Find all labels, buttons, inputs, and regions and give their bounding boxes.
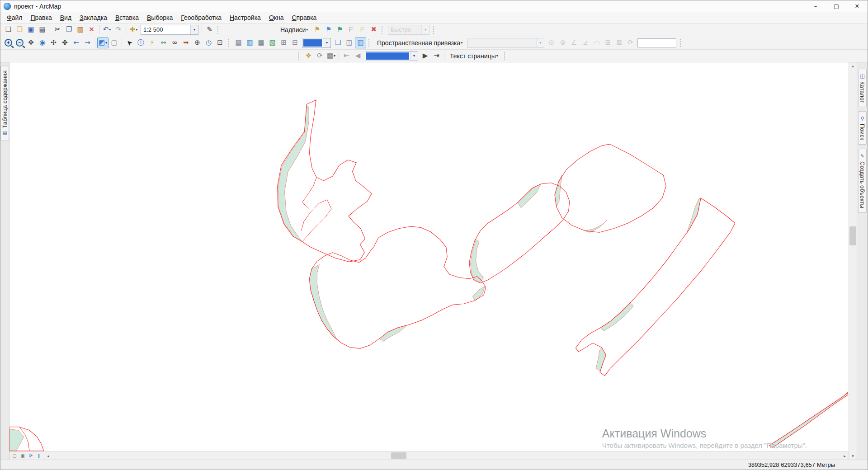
menu-item[interactable]: Справка <box>288 13 321 22</box>
select-features-icon[interactable]: ◩▾ <box>97 38 108 48</box>
maximize-button[interactable]: ▢ <box>826 0 847 12</box>
table-of-contents-tab[interactable]: ▤ Таблица содержания <box>0 66 9 141</box>
label-manager-icon[interactable]: ⚑ <box>311 24 323 35</box>
add-data-icon[interactable]: ✚▾ <box>128 24 139 35</box>
menu-item[interactable]: Файл <box>3 13 26 22</box>
labels-menu-button[interactable]: Надписи▾ <box>277 25 311 34</box>
time-slider-icon[interactable]: ◷ <box>203 38 214 48</box>
horizontal-scroll-thumb[interactable] <box>391 452 406 459</box>
last-page-icon[interactable]: ⇥ <box>431 51 442 61</box>
toggle-draft-mode-icon[interactable]: ▥ <box>355 38 366 48</box>
vertical-scroll-track[interactable] <box>849 70 857 452</box>
create-features-tab[interactable]: ✎Создать объекты <box>858 149 867 213</box>
data-view-button[interactable]: ▢ <box>11 453 18 459</box>
redo-icon[interactable]: ↷ <box>113 24 124 35</box>
label-priority-icon[interactable]: ⚑ <box>323 24 334 35</box>
open-folder-icon[interactable]: ❒ <box>14 24 25 35</box>
save-icon[interactable]: ▣ <box>25 24 37 35</box>
label-weight-icon[interactable]: ⚑ <box>334 24 345 35</box>
next-page-icon[interactable]: ▶ <box>420 51 431 61</box>
frame-tool-icon-6[interactable]: ⊟ <box>289 38 301 48</box>
goto-xy-icon[interactable]: ⊕ <box>192 38 203 48</box>
toolbar-grip[interactable] <box>298 52 301 60</box>
snapping-menu-button[interactable]: Пространственная привязка▾ <box>373 38 466 47</box>
view-unplaced-labels-icon[interactable]: ✖ <box>368 24 379 35</box>
refresh-map-button[interactable]: ⟳ <box>27 453 34 459</box>
page-grid-icon[interactable]: ▦▾ <box>326 51 337 61</box>
frame-tool-icon-4[interactable]: ▧ <box>267 38 278 48</box>
scroll-down-button[interactable]: ▾ <box>849 452 857 460</box>
measure-icon[interactable]: ↔ <box>158 38 169 48</box>
pan-hand-icon[interactable]: ✥ <box>25 38 37 48</box>
layout-view-button[interactable]: ▣ <box>19 453 26 459</box>
scroll-left-button[interactable]: ◂ <box>44 452 52 460</box>
map-scale-combobox-dropdown-icon[interactable]: ▾ <box>190 25 198 34</box>
toolbar-grip[interactable] <box>504 52 507 60</box>
find-route-icon[interactable]: ➥ <box>180 38 192 48</box>
identify-icon[interactable]: ⓘ <box>135 38 146 48</box>
forward-extent-icon[interactable]: → <box>82 38 93 48</box>
search-tab[interactable]: ⚲Поиск <box>858 111 867 145</box>
menu-item[interactable]: Вставка <box>111 13 143 22</box>
clear-selection-icon[interactable]: ▢ <box>108 38 120 48</box>
reference-scale-combobox-dropdown-icon[interactable]: ▾ <box>323 38 330 47</box>
vertical-scroll-thumb[interactable] <box>849 226 856 245</box>
find-binoculars-icon[interactable]: ∞ <box>169 38 180 48</box>
refresh-page-icon[interactable]: ⟳ <box>314 51 326 61</box>
viewer-window-icon[interactable]: ⊡ <box>214 38 226 48</box>
frame-tool-icon-5[interactable]: ⊞ <box>278 38 289 48</box>
focus-dataframe-icon[interactable]: ❖ <box>303 51 314 61</box>
menu-item[interactable]: Правка <box>26 13 56 22</box>
reference-scale-combobox[interactable]: ▾ <box>302 38 331 48</box>
lock-labels-icon[interactable]: ⚐ <box>345 24 357 35</box>
zoom-in-icon[interactable]: + <box>3 38 14 48</box>
menu-item[interactable]: Геообработка <box>177 13 226 22</box>
back-extent-icon[interactable]: ← <box>71 38 82 48</box>
toolbar-grip[interactable] <box>368 39 371 47</box>
delete-icon[interactable]: ✕ <box>86 24 97 35</box>
frame-tool-icon-3[interactable]: ▦ <box>255 38 267 48</box>
page-text-menu-button[interactable]: Текст страницы▾ <box>446 52 502 61</box>
toolbar-grip[interactable] <box>433 26 436 34</box>
pause-drawing-button[interactable]: ∥ <box>35 453 42 459</box>
full-page-icon[interactable]: ❏ <box>332 38 344 48</box>
menu-item[interactable]: Закладка <box>75 13 111 22</box>
minimize-button[interactable]: – <box>805 0 826 12</box>
menu-item[interactable]: Выборка <box>143 13 177 22</box>
new-document-icon[interactable]: ❏ <box>3 24 14 35</box>
close-button[interactable]: ✕ <box>847 0 868 12</box>
scroll-up-button[interactable]: ▴ <box>849 62 857 70</box>
scroll-right-button[interactable]: ▸ <box>841 452 849 460</box>
frame-tool-icon-2[interactable]: ▥ <box>244 38 255 48</box>
fixed-zoom-out-icon[interactable]: ✤ <box>59 38 71 48</box>
frame-tool-icon-1[interactable]: ▤ <box>233 38 244 48</box>
full-extent-globe-icon[interactable]: ◉ <box>37 38 48 48</box>
map-canvas[interactable]: Активация Windows Чтобы активировать Win… <box>9 62 849 451</box>
toolbar-grip[interactable] <box>228 39 231 47</box>
menu-item[interactable]: Вид <box>56 13 75 22</box>
catalog-tab[interactable]: ◫Каталог <box>858 69 867 107</box>
pause-labeling-icon[interactable]: ⚐ <box>357 24 368 35</box>
map-scale-combobox[interactable]: 1:2 500▾ <box>141 25 198 35</box>
print-icon[interactable]: ▤ <box>37 24 48 35</box>
zoom-whole-page-icon[interactable]: ◫ <box>344 38 355 48</box>
editor-pencil-icon[interactable]: ✎ <box>204 24 215 35</box>
current-page-combobox-dropdown-icon[interactable]: ▾ <box>410 52 418 61</box>
vertical-scrollbar[interactable]: ▴ ▾ <box>849 62 857 460</box>
fixed-zoom-in-icon[interactable]: ✣ <box>48 38 59 48</box>
toolbar-text-input[interactable] <box>637 38 676 47</box>
toolbar-grip[interactable] <box>382 26 384 34</box>
select-elements-icon[interactable]: ➤ <box>124 38 135 48</box>
paste-icon[interactable]: ▥ <box>75 24 86 35</box>
zoom-out-icon[interactable]: − <box>14 38 25 48</box>
toolbar-grip[interactable] <box>680 39 683 47</box>
menu-item[interactable]: Окна <box>265 13 288 22</box>
menu-item[interactable]: Настройка <box>226 13 265 22</box>
copy-icon[interactable]: ❐ <box>63 24 75 35</box>
cut-icon[interactable]: ✂ <box>52 24 63 35</box>
toolbar-grip[interactable] <box>217 26 220 34</box>
current-page-combobox[interactable]: ▾ <box>365 51 418 61</box>
horizontal-scrollbar[interactable] <box>52 452 841 460</box>
undo-icon[interactable]: ↶▾ <box>101 24 113 35</box>
html-popup-icon[interactable]: ⚡ <box>146 38 158 48</box>
